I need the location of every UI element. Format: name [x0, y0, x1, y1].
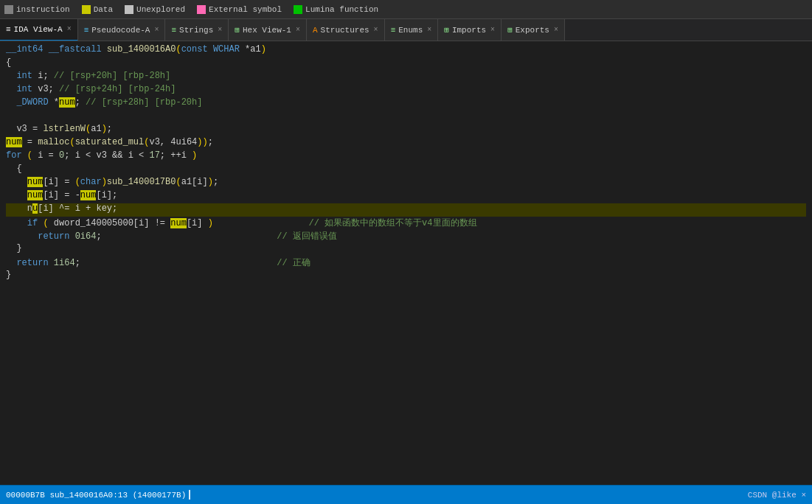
legend-color-instruction	[4, 5, 13, 14]
status-bar-input: ▎	[189, 490, 194, 500]
tab-label-hex-view-1: Hex View-1	[243, 26, 291, 35]
code-line-5: _DWORD *num; // [rsp+28h] [rbp-20h]	[6, 97, 806, 111]
code-line-12: num[i] = -num[i];	[6, 190, 806, 203]
code-line-4: int v3; // [rsp+24h] [rbp-24h]	[6, 84, 806, 97]
legend-label-external-symbol: External symbol	[209, 5, 282, 14]
code-line-6	[6, 111, 806, 124]
status-bar: 00000B7B sub_1400016A0:13 (14000177B) ▎ …	[0, 485, 812, 504]
status-bar-right: CSDN @like ×	[748, 491, 806, 500]
code-area[interactable]: __int64 __fastcall sub_1400016A0(const W…	[0, 41, 812, 485]
tab-label-enums: Enums	[398, 26, 423, 35]
legend-label-unexplored: Unexplored	[136, 5, 185, 14]
tab-icon-ida-view-a: ≡	[6, 25, 11, 34]
code-line-17: return 1i64; // 正确	[6, 256, 806, 270]
tab-close-ida-view-a[interactable]: ×	[67, 25, 72, 33]
code-line-18: }	[6, 270, 806, 283]
code-line-16: }	[6, 243, 806, 256]
tab-icon-pseudocode-a: ≡	[84, 26, 89, 35]
tab-close-strings[interactable]: ×	[218, 26, 222, 34]
tab-icon-hex-view-1: ⊞	[235, 25, 240, 35]
tab-icon-imports: ⊞	[444, 25, 449, 35]
tab-exports[interactable]: ⊞ Exports ×	[502, 19, 565, 41]
legend-color-data	[82, 5, 91, 14]
code-line-15: return 0i64; // 返回错误值	[6, 230, 806, 243]
tab-icon-structures: A	[313, 26, 318, 35]
legend-unexplored: Unexplored	[125, 5, 185, 14]
legend-color-external-symbol	[197, 5, 206, 14]
tab-structures[interactable]: A Structures ×	[307, 19, 385, 41]
tab-label-strings: Strings	[179, 26, 213, 35]
tab-hex-view-1[interactable]: ⊞ Hex View-1 ×	[229, 19, 307, 41]
tab-ida-view-a[interactable]: ≡ IDA View-A ×	[0, 19, 78, 41]
code-line-2: {	[6, 57, 806, 71]
tab-strings[interactable]: ≡ Strings ×	[165, 19, 229, 41]
tab-label-structures: Structures	[321, 26, 369, 35]
tab-close-pseudocode-a[interactable]: ×	[154, 26, 159, 34]
tab-label-imports: Imports	[452, 26, 486, 35]
legend-instruction: instruction	[4, 5, 70, 14]
tab-close-structures[interactable]: ×	[374, 26, 378, 34]
tab-label-ida-view-a: IDA View-A	[14, 25, 63, 34]
tab-bar[interactable]: ≡ IDA View-A × ≡ Pseudocode-A × ≡ String…	[0, 19, 812, 41]
tab-close-imports[interactable]: ×	[490, 26, 495, 34]
legend-lumina-function: Lumina function	[294, 5, 378, 14]
code-line-10: {	[6, 164, 806, 177]
tab-icon-exports: ⊞	[507, 25, 513, 35]
tab-icon-enums: ≡	[391, 26, 396, 35]
code-line-7: v3 = lstrlenW(a1);	[6, 124, 806, 137]
code-line-1: __int64 __fastcall sub_1400016A0(const W…	[6, 44, 806, 57]
tab-label-exports: Exports	[516, 26, 549, 35]
tab-close-exports[interactable]: ×	[554, 26, 558, 34]
tab-icon-strings: ≡	[171, 26, 176, 35]
code-line-3: int i; // [rsp+20h] [rbp-28h]	[6, 71, 806, 84]
legend-color-unexplored	[125, 5, 133, 14]
tab-close-enums[interactable]: ×	[427, 26, 431, 34]
tab-enums[interactable]: ≡ Enums ×	[385, 19, 439, 41]
legend-bar: instruction Data Unexplored External sym…	[0, 0, 812, 19]
legend-label-instruction: instruction	[16, 5, 70, 14]
tab-pseudocode-a[interactable]: ≡ Pseudocode-A ×	[78, 19, 166, 41]
code-line-14: if ( dword_140005000[i] != num[i] ) // 如…	[6, 217, 806, 230]
legend-data: Data	[82, 5, 113, 14]
legend-external-symbol: External symbol	[197, 5, 282, 14]
legend-color-lumina-function	[294, 5, 302, 14]
code-line-11: num[i] = (char)sub_1400017B0(a1[i]);	[6, 177, 806, 190]
legend-label-lumina-function: Lumina function	[305, 5, 378, 14]
status-bar-left: 00000B7B sub_1400016A0:13 (14000177B)	[6, 491, 186, 500]
legend-label-data: Data	[94, 5, 113, 14]
tab-imports[interactable]: ⊞ Imports ×	[438, 19, 502, 41]
code-line-13: nu[i] ^= i + key;	[6, 203, 806, 217]
code-line-8: num = malloc(saturated_mul(v3, 4ui64));	[6, 137, 806, 150]
tab-close-hex-view-1[interactable]: ×	[296, 26, 300, 34]
tab-label-pseudocode-a: Pseudocode-A	[91, 26, 150, 35]
code-line-9: for ( i = 0; i < v3 && i < 17; ++i )	[6, 150, 806, 164]
